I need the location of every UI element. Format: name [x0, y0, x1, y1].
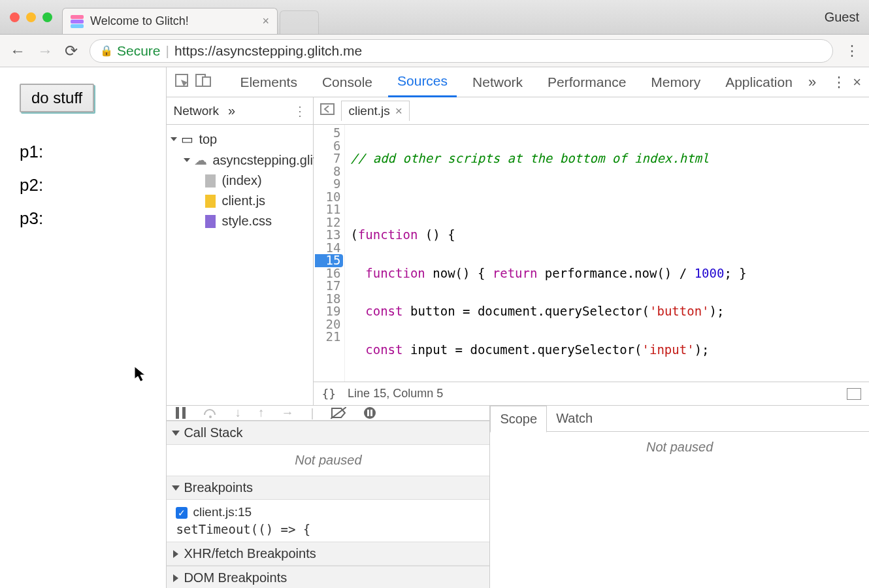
minimize-window-button[interactable] [26, 12, 36, 22]
step-into-icon[interactable]: ↓ [235, 406, 241, 420]
devtools-panel: Elements Console Sources Network Perform… [167, 67, 869, 588]
p1-text: p1: [20, 142, 146, 162]
devtools-close-icon[interactable]: × [853, 74, 861, 91]
forward-button[interactable]: → [37, 42, 53, 60]
callstack-empty: Not paused [167, 445, 489, 476]
glitch-favicon-icon [71, 15, 84, 28]
breakpoint-item[interactable]: ✓client.js:15 setTimeout(() => { [167, 500, 489, 542]
new-tab-button[interactable] [280, 10, 319, 34]
navigator-toggle-icon[interactable] [320, 103, 335, 118]
devtools-menu-icon[interactable]: ⋮ [832, 74, 846, 91]
xhr-breakpoints-header[interactable]: XHR/fetch Breakpoints [167, 542, 489, 566]
tree-domain[interactable]: ☁asyncstepping.glitc [167, 150, 313, 171]
tree-file-style[interactable]: style.css [167, 211, 313, 231]
address-bar[interactable]: 🔒 Secure | https://asyncstepping.glitch.… [90, 39, 833, 63]
debug-right-panel: Scope Watch Not paused [490, 406, 869, 588]
code-area[interactable]: // add other scripts at the bottom of in… [345, 125, 751, 382]
tab-application[interactable]: Application [716, 68, 802, 97]
maximize-window-button[interactable] [42, 12, 52, 22]
svg-point-14 [364, 407, 376, 419]
p2-text: p2: [20, 175, 146, 195]
tab-scope[interactable]: Scope [490, 406, 547, 433]
js-file-icon [205, 194, 216, 208]
callstack-header[interactable]: Call Stack [167, 421, 489, 445]
dom-breakpoints-header[interactable]: DOM Breakpoints [167, 566, 489, 588]
navigator-menu-icon[interactable]: ⋮ [293, 103, 306, 119]
lock-icon: 🔒 [100, 44, 113, 57]
devtools-tabs: Elements Console Sources Network Perform… [167, 67, 869, 97]
tab-network[interactable]: Network [463, 68, 532, 97]
editor-tab-close-icon[interactable]: × [395, 104, 402, 118]
editor-file-tab[interactable]: client.js × [341, 101, 409, 121]
line-gutter[interactable]: 56789101112131415161718192021 [314, 125, 345, 382]
svg-rect-15 [367, 410, 369, 416]
cloud-icon: ☁ [194, 152, 207, 168]
step-icon[interactable]: → [281, 406, 293, 420]
p3-text: p3: [20, 208, 146, 229]
svg-rect-2 [71, 24, 84, 28]
pretty-print-icon[interactable]: {} [321, 387, 336, 400]
browser-menu-icon[interactable]: ⋮ [845, 42, 859, 59]
svg-rect-7 [205, 195, 216, 208]
browser-tabstrip: Welcome to Glitch! × [62, 0, 319, 34]
tab-close-icon[interactable]: × [262, 14, 269, 28]
breakpoint-code: setTimeout(() => { [176, 522, 480, 536]
tree-file-index[interactable]: (index) [167, 171, 313, 191]
browser-tab-title: Welcome to Glitch! [90, 14, 189, 28]
breakpoints-header[interactable]: Breakpoints [167, 476, 489, 500]
navigator-overflow-icon[interactable]: » [228, 103, 235, 118]
tab-performance[interactable]: Performance [538, 68, 635, 97]
navigator-tab[interactable]: Network [173, 104, 219, 118]
sources-editor: client.js × 5678910111213141516171819202… [314, 97, 869, 405]
tab-elements[interactable]: Elements [231, 68, 306, 97]
svg-rect-5 [203, 77, 210, 86]
tabs-overflow-icon[interactable]: » [808, 74, 816, 91]
svg-rect-16 [370, 410, 372, 416]
url-text: https://asyncstepping.glitch.me [174, 43, 362, 59]
file-icon [205, 174, 216, 188]
debugger-controls: ↓ ↑ → | [167, 406, 489, 421]
security-label: Secure [117, 43, 161, 59]
tree-file-client[interactable]: client.js [167, 191, 313, 211]
pause-icon[interactable] [176, 407, 186, 419]
device-toggle-icon[interactable] [195, 74, 211, 90]
browser-tab-active[interactable]: Welcome to Glitch! × [62, 8, 278, 34]
tab-console[interactable]: Console [313, 68, 382, 97]
svg-rect-6 [205, 174, 216, 188]
tree-top[interactable]: ▭top [167, 129, 313, 150]
svg-rect-8 [205, 215, 216, 228]
editor-collapse-icon[interactable] [847, 388, 861, 400]
svg-rect-1 [71, 20, 84, 24]
step-out-icon[interactable]: ↑ [258, 406, 265, 420]
step-over-icon[interactable] [203, 407, 218, 419]
back-button[interactable]: ← [10, 42, 25, 60]
cursor-position: Line 15, Column 5 [348, 387, 443, 400]
editor-statusbar: {} Line 15, Column 5 [314, 382, 869, 405]
window-titlebar: Welcome to Glitch! × Guest [0, 0, 869, 35]
css-file-icon [205, 214, 216, 229]
svg-rect-9 [321, 104, 334, 114]
close-window-button[interactable] [10, 12, 20, 22]
svg-rect-0 [71, 15, 84, 19]
sources-navigator: Network » ⋮ ▭top ☁asyncstepping.glitc (i… [167, 97, 314, 405]
deactivate-breakpoints-icon[interactable] [331, 407, 346, 419]
svg-rect-11 [182, 407, 186, 419]
checkbox-icon[interactable]: ✓ [176, 507, 188, 519]
tab-sources[interactable]: Sources [388, 67, 457, 97]
profile-label[interactable]: Guest [825, 10, 859, 25]
svg-rect-10 [176, 407, 179, 419]
editor-filename: client.js [348, 104, 389, 118]
inspect-icon[interactable] [174, 73, 189, 91]
page-viewport: do stuff p1: p2: p3: [0, 67, 167, 588]
scope-empty: Not paused [490, 432, 869, 463]
svg-point-12 [209, 416, 212, 418]
browser-toolbar: ← → ⟳ 🔒 Secure | https://asyncstepping.g… [0, 35, 869, 67]
tab-memory[interactable]: Memory [642, 68, 710, 97]
debug-left-panel: ↓ ↑ → | Call Stack Not paused Breakpoint… [167, 406, 490, 588]
do-stuff-button[interactable]: do stuff [20, 84, 94, 112]
url-divider: | [166, 43, 169, 59]
traffic-lights [10, 12, 52, 22]
pause-on-exceptions-icon[interactable] [363, 406, 376, 419]
tab-watch[interactable]: Watch [547, 406, 602, 431]
reload-button[interactable]: ⟳ [65, 42, 78, 60]
